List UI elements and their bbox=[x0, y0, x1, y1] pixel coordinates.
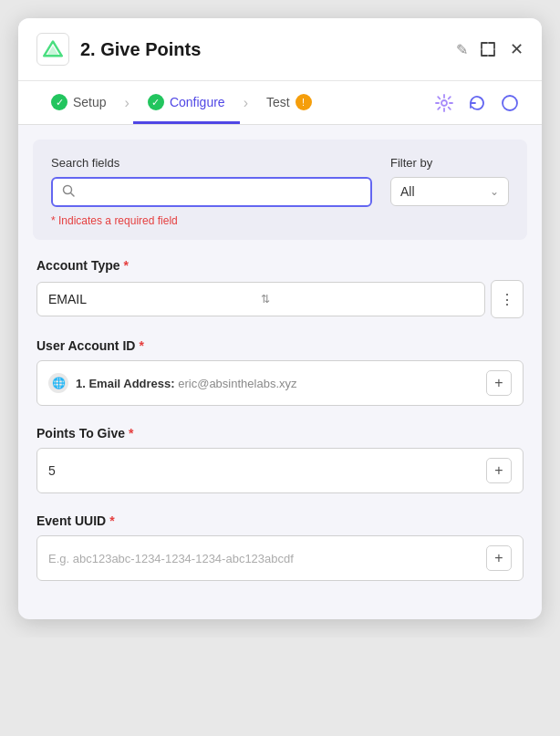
circle-button[interactable] bbox=[500, 93, 520, 113]
updown-icon: ⇅ bbox=[261, 293, 473, 306]
account-type-row: EMAIL ⇅ ⋮ bbox=[36, 280, 524, 318]
edit-icon[interactable]: ✎ bbox=[456, 41, 468, 58]
tab-test[interactable]: Test ! bbox=[252, 81, 327, 124]
search-input-wrap bbox=[51, 177, 372, 207]
required-star-1: * bbox=[124, 258, 129, 273]
account-type-more-button[interactable]: ⋮ bbox=[491, 280, 524, 318]
nav-icon-group bbox=[434, 93, 524, 113]
sparkle-button[interactable] bbox=[434, 93, 454, 113]
search-label: Search fields bbox=[51, 156, 372, 170]
account-type-group: Account Type * EMAIL ⇅ ⋮ bbox=[36, 258, 524, 318]
search-area: Search fields Filter by All bbox=[33, 140, 527, 240]
svg-line-5 bbox=[71, 193, 75, 197]
points-plus-button[interactable]: + bbox=[486, 458, 512, 483]
required-star-3: * bbox=[129, 426, 133, 441]
modal-container: 2. Give Points ✎ ✕ ✓ Setup › ✓ Configure… bbox=[18, 18, 542, 619]
nav-tabs: ✓ Setup › ✓ Configure › Test ! bbox=[18, 81, 542, 125]
svg-point-3 bbox=[503, 96, 517, 110]
close-button[interactable]: ✕ bbox=[510, 39, 524, 59]
filter-col: Filter by All Required Optional ⌄ bbox=[390, 156, 509, 206]
user-account-row: 🌐 1. Email Address: eric@absinthelabs.xy… bbox=[36, 360, 524, 406]
tab-setup[interactable]: ✓ Setup bbox=[36, 81, 121, 124]
chevron-down-icon: ⌄ bbox=[490, 185, 499, 198]
setup-check-icon: ✓ bbox=[51, 94, 67, 110]
email-step-icon: 🌐 bbox=[48, 373, 68, 393]
account-type-label: Account Type * bbox=[36, 258, 524, 273]
required-star-2: * bbox=[139, 338, 143, 353]
points-to-give-group: Points To Give * 5 + bbox=[36, 426, 524, 493]
search-input[interactable] bbox=[82, 185, 361, 200]
required-star-4: * bbox=[109, 513, 114, 528]
main-content: Account Type * EMAIL ⇅ ⋮ User Account ID… bbox=[18, 254, 542, 619]
reset-button[interactable] bbox=[467, 93, 487, 113]
filter-select-wrap: All Required Optional ⌄ bbox=[390, 177, 509, 206]
tab-configure[interactable]: ✓ Configure bbox=[133, 81, 240, 124]
event-uuid-label: Event UUID * bbox=[36, 513, 524, 528]
user-account-id-group: User Account ID * 🌐 1. Email Address: er… bbox=[36, 338, 524, 406]
user-account-id-label: User Account ID * bbox=[36, 338, 524, 353]
app-logo bbox=[36, 33, 69, 66]
points-to-give-label: Points To Give * bbox=[36, 426, 524, 441]
event-uuid-placeholder: E.g. abc123abc-1234-1234-1234-abc123abcd… bbox=[48, 552, 486, 565]
search-col: Search fields bbox=[51, 156, 372, 207]
test-warn-icon: ! bbox=[296, 94, 312, 110]
search-row: Search fields Filter by All bbox=[51, 156, 509, 207]
account-type-select[interactable]: EMAIL ⇅ bbox=[36, 282, 485, 316]
event-uuid-group: Event UUID * E.g. abc123abc-1234-1234-12… bbox=[36, 513, 524, 581]
expand-button[interactable] bbox=[479, 40, 497, 58]
required-note: * Indicates a required field bbox=[51, 214, 509, 227]
header-actions: ✕ bbox=[479, 39, 524, 59]
filter-select[interactable]: All Required Optional bbox=[400, 184, 484, 199]
modal-header: 2. Give Points ✎ ✕ bbox=[18, 18, 542, 81]
filter-label: Filter by bbox=[390, 156, 509, 170]
search-icon bbox=[62, 184, 75, 200]
user-account-plus-button[interactable]: + bbox=[486, 370, 512, 396]
svg-point-2 bbox=[441, 100, 447, 106]
nav-separator-2: › bbox=[240, 95, 252, 111]
user-account-text: 1. Email Address: eric@absinthelabs.xyz bbox=[76, 377, 479, 390]
points-row: 5 + bbox=[36, 448, 524, 493]
points-value: 5 bbox=[48, 463, 486, 478]
event-uuid-plus-button[interactable]: + bbox=[486, 545, 512, 571]
event-uuid-row: E.g. abc123abc-1234-1234-1234-abc123abcd… bbox=[36, 535, 524, 581]
nav-separator-1: › bbox=[121, 95, 133, 111]
configure-check-icon: ✓ bbox=[148, 94, 164, 110]
modal-title: 2. Give Points bbox=[80, 39, 440, 60]
